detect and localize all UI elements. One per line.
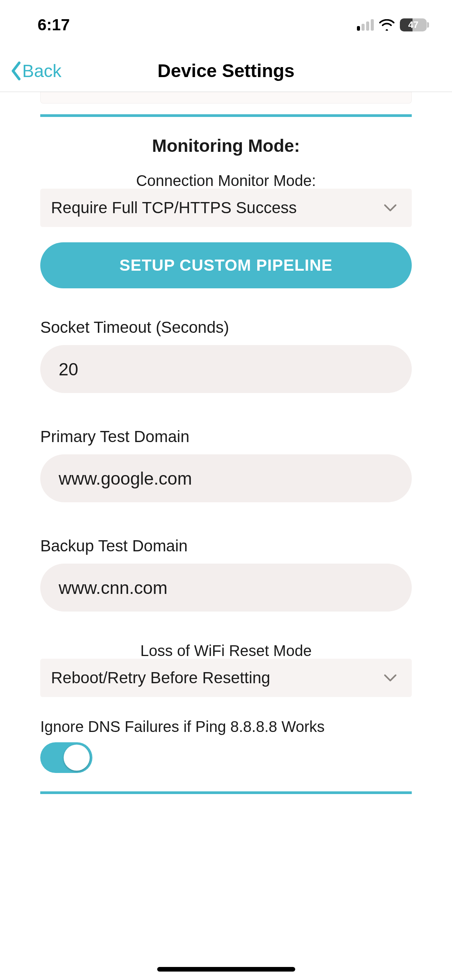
ignore-dns-failures-label: Ignore DNS Failures if Ping 8.8.8.8 Work… <box>40 718 412 735</box>
content: Monitoring Mode: Connection Monitor Mode… <box>0 92 452 980</box>
connection-monitor-label: Connection Monitor Mode: <box>40 172 412 189</box>
section-divider <box>40 791 412 794</box>
backup-test-domain-value: www.cnn.com <box>59 577 168 598</box>
section-divider <box>40 114 412 117</box>
home-indicator[interactable] <box>157 967 295 972</box>
primary-test-domain-value: www.google.com <box>59 468 192 489</box>
back-button[interactable]: Back <box>10 50 61 92</box>
setup-custom-pipeline-label: SETUP CUSTOM PIPELINE <box>119 256 332 275</box>
cellular-signal-icon <box>357 19 374 31</box>
previous-card-edge <box>40 92 412 104</box>
ignore-dns-failures-toggle[interactable] <box>40 742 92 773</box>
primary-test-domain-input[interactable]: www.google.com <box>40 454 412 502</box>
socket-timeout-input[interactable]: 20 <box>40 345 412 393</box>
chevron-down-icon <box>383 673 397 682</box>
status-bar: 6:17 47 <box>0 0 452 50</box>
wifi-reset-mode-select[interactable]: Reboot/Retry Before Resetting <box>40 659 412 697</box>
connection-monitor-select[interactable]: Require Full TCP/HTTPS Success <box>40 189 412 227</box>
battery-level: 47 <box>408 20 419 30</box>
backup-test-domain-label: Backup Test Domain <box>40 537 412 555</box>
nav-bar: Back Device Settings <box>0 50 452 92</box>
status-time: 6:17 <box>38 16 70 34</box>
setup-custom-pipeline-button[interactable]: SETUP CUSTOM PIPELINE <box>40 242 412 288</box>
primary-test-domain-label: Primary Test Domain <box>40 428 412 446</box>
wifi-reset-mode-value: Reboot/Retry Before Resetting <box>51 669 270 687</box>
page-title: Device Settings <box>158 60 294 81</box>
status-right: 47 <box>357 18 429 31</box>
socket-timeout-label: Socket Timeout (Seconds) <box>40 318 412 337</box>
socket-timeout-value: 20 <box>59 359 78 380</box>
toggle-knob <box>64 745 90 771</box>
chevron-down-icon <box>383 203 397 212</box>
wifi-icon <box>379 19 394 31</box>
monitoring-mode-title: Monitoring Mode: <box>40 135 412 156</box>
wifi-reset-mode-label: Loss of WiFi Reset Mode <box>40 642 412 659</box>
battery-icon: 47 <box>400 18 429 31</box>
chevron-left-icon <box>10 61 22 81</box>
backup-test-domain-input[interactable]: www.cnn.com <box>40 564 412 612</box>
back-label: Back <box>22 61 61 81</box>
connection-monitor-value: Require Full TCP/HTTPS Success <box>51 199 297 217</box>
